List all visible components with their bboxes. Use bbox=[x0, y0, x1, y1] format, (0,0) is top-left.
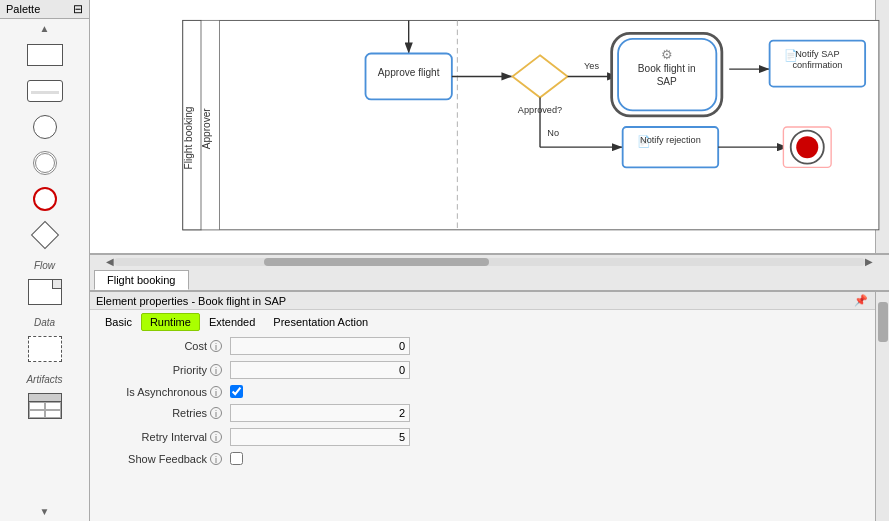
prop-retries-label: Retries i bbox=[100, 407, 230, 419]
yes-label: Yes bbox=[584, 61, 599, 71]
properties-vscroll[interactable] bbox=[875, 292, 889, 521]
palette-section-flow: Flow bbox=[34, 260, 55, 271]
palette-items: ▲ bbox=[0, 19, 89, 521]
notify-confirmation-label-line2: confirmation bbox=[792, 60, 842, 70]
palette-item-task[interactable] bbox=[25, 76, 65, 106]
approve-flight-label: Approve flight bbox=[378, 67, 440, 78]
pool-label: Flight booking bbox=[183, 107, 194, 170]
prop-row-retry-interval: Retry Interval i bbox=[100, 428, 869, 446]
palette-item-start[interactable] bbox=[25, 112, 65, 142]
prop-async-checkbox[interactable] bbox=[230, 385, 243, 398]
prop-feedback-info[interactable]: i bbox=[210, 453, 222, 465]
palette-shape-start bbox=[33, 115, 57, 139]
palette-shape-rect bbox=[27, 44, 63, 66]
palette-item-table[interactable] bbox=[25, 391, 65, 421]
properties-header: Element properties - Book flight in SAP … bbox=[90, 292, 889, 310]
palette-item-gateway[interactable] bbox=[25, 220, 65, 250]
palette-shape-end bbox=[33, 187, 57, 211]
tab-extended[interactable]: Extended bbox=[200, 313, 264, 331]
book-flight-sap-label-line1: Book flight in bbox=[638, 63, 696, 74]
notify-confirmation-label-line1: Notify SAP bbox=[795, 49, 839, 59]
palette-item-end[interactable] bbox=[25, 184, 65, 214]
prop-cost-info[interactable]: i bbox=[210, 340, 222, 352]
tab-basic[interactable]: Basic bbox=[96, 313, 141, 331]
hscroll-thumb[interactable] bbox=[264, 258, 489, 266]
diagram-area[interactable]: Flight booking Approver Approve flight A… bbox=[90, 0, 889, 254]
properties-title: Element properties - Book flight in SAP bbox=[96, 295, 286, 307]
tab-presentation-action[interactable]: Presentation Action bbox=[264, 313, 377, 331]
diagram-hscroll[interactable]: ◀ ▶ bbox=[90, 254, 889, 268]
palette-shape-data bbox=[28, 279, 62, 305]
palette-header: Palette ⊟ bbox=[0, 0, 89, 19]
prop-feedback-checkbox[interactable] bbox=[230, 452, 243, 465]
prop-priority-input[interactable] bbox=[230, 361, 410, 379]
prop-retry-interval-input[interactable] bbox=[230, 428, 410, 446]
prop-row-async: Is Asynchronous i bbox=[100, 385, 869, 398]
prop-row-cost: Cost i bbox=[100, 337, 869, 355]
palette-item-intermediate[interactable] bbox=[25, 148, 65, 178]
end-event-inner bbox=[796, 136, 818, 158]
palette-shape-artifact bbox=[28, 336, 62, 362]
palette-item-artifact[interactable] bbox=[25, 334, 65, 364]
lane-label: Approver bbox=[201, 108, 212, 150]
palette-item-data[interactable] bbox=[25, 277, 65, 307]
prop-retries-input[interactable] bbox=[230, 404, 410, 422]
palette-shape-intermediate bbox=[33, 151, 57, 175]
prop-async-info[interactable]: i bbox=[210, 386, 222, 398]
palette-shape-task bbox=[27, 80, 63, 102]
properties-content: Cost i Priority i Is Asynchronous i bbox=[90, 331, 889, 521]
palette-collapse-icon[interactable]: ⊟ bbox=[73, 2, 83, 16]
palette-item-rect[interactable] bbox=[25, 40, 65, 70]
properties-pin-icon[interactable]: 📌 bbox=[854, 294, 868, 307]
prop-priority-info[interactable]: i bbox=[210, 364, 222, 376]
palette-section-data: Data bbox=[34, 317, 55, 328]
prop-row-retries: Retries i bbox=[100, 404, 869, 422]
main-content: Flight booking Approver Approve flight A… bbox=[90, 0, 889, 521]
bpmn-canvas: Flight booking Approver Approve flight A… bbox=[90, 0, 889, 253]
prop-retry-interval-label: Retry Interval i bbox=[100, 431, 230, 443]
notify-rejection-label-line1: Notify rejection bbox=[640, 135, 701, 145]
prop-row-priority: Priority i bbox=[100, 361, 869, 379]
palette-title: Palette bbox=[6, 3, 40, 15]
flight-booking-tab[interactable]: Flight booking bbox=[94, 270, 189, 290]
prop-retry-interval-info[interactable]: i bbox=[210, 431, 222, 443]
prop-cost-label: Cost i bbox=[100, 340, 230, 352]
prop-priority-label: Priority i bbox=[100, 364, 230, 376]
properties-sub-tabs: Basic Runtime Extended Presentation Acti… bbox=[90, 310, 889, 331]
prop-async-label: Is Asynchronous i bbox=[100, 386, 230, 398]
hscroll-right-btn[interactable]: ▶ bbox=[865, 256, 873, 267]
palette-shape-gateway bbox=[30, 221, 58, 249]
book-flight-sap-label-line2: SAP bbox=[657, 76, 677, 87]
prop-retries-info[interactable]: i bbox=[210, 407, 222, 419]
tab-runtime[interactable]: Runtime bbox=[141, 313, 200, 331]
tab-bar: Flight booking bbox=[90, 268, 889, 291]
palette-shape-table bbox=[28, 393, 62, 419]
properties-panel: Element properties - Book flight in SAP … bbox=[90, 291, 889, 521]
palette-panel: Palette ⊟ ▲ bbox=[0, 0, 90, 521]
prop-row-feedback: Show Feedback i bbox=[100, 452, 869, 465]
hscroll-left-btn[interactable]: ◀ bbox=[106, 256, 114, 267]
no-label: No bbox=[547, 128, 559, 138]
palette-scroll-up[interactable]: ▲ bbox=[40, 23, 50, 34]
properties-vscroll-thumb[interactable] bbox=[878, 302, 888, 342]
prop-cost-input[interactable] bbox=[230, 337, 410, 355]
palette-scroll-down[interactable]: ▼ bbox=[40, 506, 50, 517]
prop-feedback-label: Show Feedback i bbox=[100, 453, 230, 465]
palette-section-artifacts: Artifacts bbox=[26, 374, 62, 385]
book-flight-gear-icon: ⚙ bbox=[661, 47, 673, 62]
hscroll-track[interactable] bbox=[114, 258, 865, 266]
